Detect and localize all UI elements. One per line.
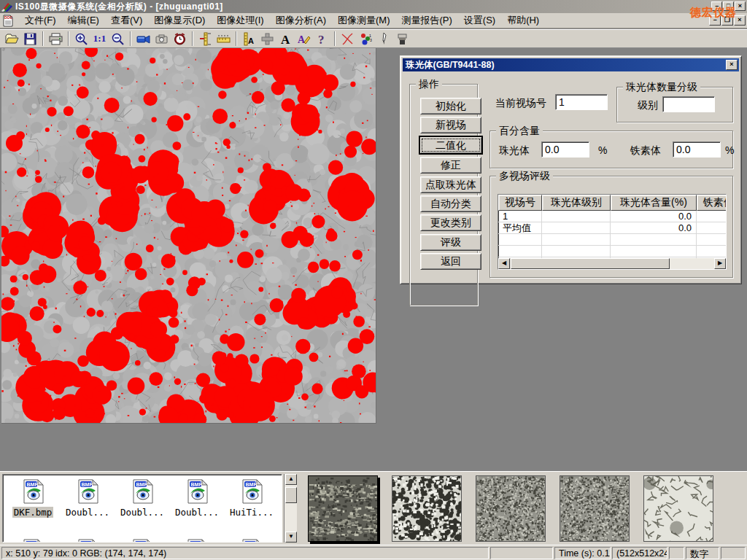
caliper-icon[interactable] <box>196 31 214 47</box>
file-item-partial[interactable]: BMP <box>171 539 222 542</box>
scroll-thumb[interactable] <box>285 487 297 503</box>
ferrite-percent-input[interactable] <box>673 141 721 158</box>
current-field-input[interactable] <box>555 94 608 110</box>
menu-item-2[interactable]: 查看(V) <box>105 12 148 28</box>
thumbnail-5[interactable] <box>643 475 713 542</box>
table-horizontal-scrollbar[interactable]: ◀ ▶ <box>498 258 726 269</box>
svg-text:?: ? <box>318 33 325 46</box>
file-name[interactable]: DKF.bmp <box>12 507 54 518</box>
dialog-button-0[interactable]: 初始化 <box>420 98 481 114</box>
dialog-button-5[interactable]: 自动分类 <box>420 195 481 212</box>
table-header-1[interactable]: 珠光体级别 <box>542 195 611 211</box>
scroll-right-icon[interactable]: ▶ <box>714 258 726 269</box>
file-name[interactable]: Doubl... <box>174 507 220 518</box>
actual-size-icon[interactable]: 1:1 <box>90 31 109 47</box>
scroll-up-icon[interactable]: ▲ <box>285 474 297 485</box>
file-item-partial[interactable]: BMP <box>226 539 277 542</box>
dialog-button-1[interactable]: 新视场 <box>420 117 481 133</box>
maximize-button[interactable]: □ <box>723 1 734 11</box>
file-item-partial[interactable]: BMP <box>62 539 113 542</box>
menu-item-4[interactable]: 图像处理(I) <box>211 12 269 28</box>
print-icon[interactable] <box>47 31 65 47</box>
zoom-in-icon[interactable] <box>72 31 90 47</box>
curve-tool-icon[interactable] <box>338 31 357 47</box>
file-item-1[interactable]: BMPDoubl... <box>62 479 113 518</box>
ruler-icon[interactable] <box>214 31 233 47</box>
video-camera-icon[interactable] <box>134 31 152 47</box>
status-bar: x: 510 y: 79 idx: 0 RGB: (174, 174, 174)… <box>0 545 747 560</box>
pen-icon[interactable] <box>375 31 393 47</box>
scroll-track[interactable] <box>670 258 714 269</box>
thumbnail-1[interactable] <box>308 475 378 542</box>
menu-item-9[interactable]: 帮助(H) <box>501 12 545 28</box>
file-name[interactable]: HuiTi... <box>228 507 275 518</box>
rating-table: 视场号珠光体级别珠光体含量(%)铁素体 10.0平均值0.0 ◀ ▶ <box>498 194 727 270</box>
table-row[interactable] <box>498 234 726 246</box>
open-icon[interactable] <box>3 31 21 47</box>
thumbnail-3[interactable] <box>476 475 546 542</box>
pixel-cross-icon[interactable] <box>258 31 276 47</box>
table-row[interactable] <box>498 246 726 257</box>
menu-item-5[interactable]: 图像分析(A) <box>270 12 332 28</box>
file-item-partial[interactable]: BMP <box>117 539 168 542</box>
table-header-0[interactable]: 视场号 <box>498 195 542 211</box>
annotate-icon[interactable]: A <box>295 31 313 47</box>
thumbnail-4[interactable] <box>560 475 630 542</box>
mdi-close-button[interactable]: × <box>734 15 746 26</box>
dialog-button-2[interactable]: 二值化 <box>419 136 483 155</box>
brush-icon[interactable] <box>393 31 411 47</box>
svg-text:BMP: BMP <box>82 482 93 487</box>
file-item-3[interactable]: BMPDoubl... <box>171 479 222 518</box>
scroll-thumb[interactable] <box>511 258 670 269</box>
dialog-button-3[interactable]: 修正 <box>420 157 481 174</box>
file-item-4[interactable]: BMPHuiTi... <box>226 479 277 518</box>
toolbar: 1:1 A A A ? 13 <box>0 29 747 48</box>
dialog-title: 珠光体(GB/T9441-88) <box>406 59 495 71</box>
minimize-button[interactable]: － <box>711 1 722 11</box>
file-item-0[interactable]: BMPDKF.bmp <box>7 479 58 518</box>
table-row[interactable]: 10.0 <box>498 211 726 222</box>
dialog-button-8[interactable]: 返回 <box>420 253 481 270</box>
scroll-left-icon[interactable]: ◀ <box>498 258 510 269</box>
mdi-minimize-button[interactable]: － <box>709 15 721 26</box>
capture-camera-icon[interactable] <box>152 31 171 47</box>
thumbnail-2[interactable] <box>392 475 462 542</box>
menu-item-3[interactable]: 图像显示(D) <box>148 12 211 28</box>
save-icon[interactable] <box>21 31 39 47</box>
timer-icon[interactable] <box>171 31 189 47</box>
table-cell <box>542 246 611 257</box>
dialog-close-button[interactable]: × <box>726 60 738 70</box>
dialog-title-bar[interactable]: 珠光体(GB/T9441-88) × <box>403 58 739 71</box>
grade-input[interactable] <box>662 96 715 112</box>
dialog-button-6[interactable]: 更改类别 <box>420 214 481 231</box>
table-header-3[interactable]: 铁素体 <box>697 195 727 211</box>
file-name[interactable]: Doubl... <box>64 507 111 518</box>
image-dimensions-status: (512x512x24) <box>612 547 667 559</box>
specimen-image[interactable] <box>1 48 376 424</box>
scroll-down-icon[interactable]: ▼ <box>285 532 297 542</box>
menu-item-7[interactable]: 测量报告(P) <box>395 12 457 28</box>
table-row[interactable]: 平均值0.0 <box>498 222 726 234</box>
mdi-restore-button[interactable]: ❐ <box>721 15 733 26</box>
count-marks-icon[interactable]: 13 <box>357 31 375 47</box>
pearlite-percent-input[interactable] <box>541 141 589 158</box>
text-icon[interactable]: A <box>276 31 295 47</box>
menu-item-0[interactable]: 文件(F) <box>19 12 62 28</box>
menu-item-1[interactable]: 编辑(E) <box>62 12 105 28</box>
table-cell <box>542 211 611 222</box>
zoom-out-icon[interactable] <box>109 31 127 47</box>
table-cell: 平均值 <box>498 222 542 234</box>
help-icon[interactable]: ? <box>313 31 331 47</box>
dialog-button-4[interactable]: 点取珠光体 <box>420 176 481 193</box>
table-header-2[interactable]: 珠光体含量(%) <box>611 195 697 211</box>
measure-text-icon[interactable]: A <box>240 31 258 47</box>
close-button[interactable]: × <box>735 1 746 11</box>
dialog-button-7[interactable]: 评级 <box>420 234 481 251</box>
file-name[interactable]: Doubl... <box>119 507 166 518</box>
file-item-partial[interactable]: BMP <box>7 539 58 542</box>
svg-text:A: A <box>248 36 254 45</box>
menu-item-6[interactable]: 图像测量(M) <box>332 12 396 28</box>
menu-item-8[interactable]: 设置(S) <box>458 12 501 28</box>
file-item-2[interactable]: BMPDoubl... <box>117 479 168 518</box>
file-vertical-scrollbar[interactable]: ▲ ▼ <box>284 474 297 542</box>
